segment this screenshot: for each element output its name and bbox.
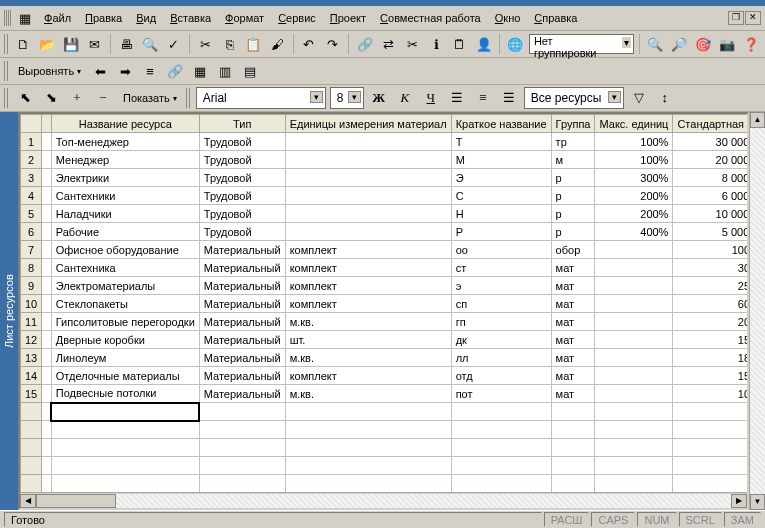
autofilter-icon[interactable]: ▽ — [628, 87, 650, 109]
cell-short[interactable]: пот — [451, 385, 551, 403]
col-info[interactable] — [42, 115, 52, 133]
row-header[interactable]: 10 — [21, 295, 42, 313]
cell-info[interactable] — [42, 223, 52, 241]
print-icon[interactable]: 🖶 — [116, 33, 137, 55]
cell-info[interactable] — [42, 331, 52, 349]
cell-group[interactable]: мат — [551, 367, 595, 385]
cell[interactable] — [285, 439, 451, 457]
cell[interactable] — [595, 439, 673, 457]
cell-max[interactable]: 300% — [595, 169, 673, 187]
cell[interactable] — [673, 403, 747, 421]
plus-icon[interactable]: + — [66, 87, 88, 109]
cell-name[interactable] — [51, 457, 199, 475]
cell-name[interactable] — [51, 421, 199, 439]
copy-icon[interactable]: ⎘ — [219, 33, 240, 55]
cell-info[interactable] — [42, 367, 52, 385]
cell[interactable] — [673, 457, 747, 475]
cell-name[interactable]: Рабочие — [51, 223, 199, 241]
menu-project[interactable]: Проект — [324, 10, 372, 26]
table-row[interactable] — [21, 403, 748, 421]
cell-rate[interactable]: 30 000р. — [673, 259, 747, 277]
level-icon[interactable]: ≡ — [139, 60, 161, 82]
row-header[interactable] — [21, 457, 42, 475]
cell-unit[interactable] — [285, 223, 451, 241]
indent2-icon[interactable]: ⬊ — [40, 87, 62, 109]
col-rate[interactable]: Стандартная ставка — [673, 115, 747, 133]
cell-short[interactable]: Т — [451, 133, 551, 151]
cell-info[interactable] — [42, 151, 52, 169]
cell-short[interactable]: ст — [451, 259, 551, 277]
cell[interactable] — [199, 457, 285, 475]
cell-type[interactable]: Материальный — [199, 259, 285, 277]
cell[interactable] — [595, 403, 673, 421]
cell-max[interactable]: 400% — [595, 223, 673, 241]
cell-short[interactable]: отд — [451, 367, 551, 385]
cell-unit[interactable]: комплект — [285, 259, 451, 277]
row-header[interactable]: 13 — [21, 349, 42, 367]
row-header[interactable] — [21, 475, 42, 493]
cell-info[interactable] — [42, 169, 52, 187]
group1-icon[interactable]: ▦ — [189, 60, 211, 82]
cell-name[interactable]: Отделочные материалы — [51, 367, 199, 385]
menu-file[interactable]: Файл — [38, 10, 77, 26]
cell-name[interactable]: Дверные коробки — [51, 331, 199, 349]
cell-rate[interactable]: 5 000р./мес — [673, 223, 747, 241]
cell-info[interactable] — [42, 277, 52, 295]
cell-info[interactable] — [42, 457, 52, 475]
cell-short[interactable]: лл — [451, 349, 551, 367]
col-short[interactable]: Краткое название — [451, 115, 551, 133]
copy-pic-icon[interactable]: 📷 — [716, 33, 737, 55]
scroll-left-icon[interactable]: ◀ — [20, 494, 36, 508]
row-header[interactable]: 5 — [21, 205, 42, 223]
cell-max[interactable] — [595, 241, 673, 259]
split-icon[interactable]: ✂ — [402, 33, 423, 55]
cell-type[interactable]: Материальный — [199, 295, 285, 313]
cell-info[interactable] — [42, 205, 52, 223]
cell-name[interactable]: Менеджер — [51, 151, 199, 169]
align-center-icon[interactable]: ≡ — [472, 87, 494, 109]
row-header[interactable] — [21, 421, 42, 439]
goto-icon[interactable]: 🎯 — [692, 33, 713, 55]
cell-name[interactable]: Сантехника — [51, 259, 199, 277]
cell-rate[interactable]: 100 000р. — [673, 241, 747, 259]
spell-icon[interactable]: ✓ — [164, 33, 185, 55]
group2-icon[interactable]: ▥ — [214, 60, 236, 82]
table-row[interactable]: 7Офисное оборудованиеМатериальныйкомплек… — [21, 241, 748, 259]
sort-icon[interactable]: ↕ — [654, 87, 676, 109]
cell-unit[interactable]: комплект — [285, 295, 451, 313]
col-max[interactable]: Макс. единиц — [595, 115, 673, 133]
cell-max[interactable] — [595, 313, 673, 331]
cell-type[interactable]: Материальный — [199, 331, 285, 349]
assign-icon[interactable]: 👤 — [473, 33, 494, 55]
row-header[interactable]: 7 — [21, 241, 42, 259]
cell-short[interactable]: дк — [451, 331, 551, 349]
format-painter-icon[interactable]: 🖌 — [267, 33, 288, 55]
cell-group[interactable]: м — [551, 151, 595, 169]
cell-info[interactable] — [42, 349, 52, 367]
cell[interactable] — [285, 457, 451, 475]
cell-rate[interactable]: 15 000р. — [673, 367, 747, 385]
cell-short[interactable]: Р — [451, 223, 551, 241]
cell-rate[interactable]: 10 000р. — [673, 385, 747, 403]
row-header[interactable]: 14 — [21, 367, 42, 385]
underline-button[interactable]: Ч — [420, 87, 442, 109]
cell-group[interactable]: мат — [551, 331, 595, 349]
row-header[interactable]: 2 — [21, 151, 42, 169]
group-combo[interactable]: Нет группировки — [529, 34, 634, 54]
cell-type[interactable]: Трудовой — [199, 205, 285, 223]
cell-short[interactable]: Н — [451, 205, 551, 223]
cell[interactable] — [551, 457, 595, 475]
view-tab-resources[interactable]: Лист ресурсов — [0, 112, 18, 510]
cell-unit[interactable]: м.кв. — [285, 385, 451, 403]
cell-info[interactable] — [42, 187, 52, 205]
cell-max[interactable]: 200% — [595, 205, 673, 223]
info-icon[interactable]: ℹ — [426, 33, 447, 55]
cell[interactable] — [551, 475, 595, 493]
cell[interactable] — [451, 403, 551, 421]
col-type[interactable]: Тип — [199, 115, 285, 133]
scroll-up-icon[interactable]: ▲ — [750, 112, 765, 128]
menu-view[interactable]: Вид — [130, 10, 162, 26]
menu-collab[interactable]: Совместная работа — [374, 10, 487, 26]
table-row[interactable]: 3ЭлектрикиТрудовойЭр300%8 000р./мес800р.… — [21, 169, 748, 187]
cell-info[interactable] — [42, 313, 52, 331]
